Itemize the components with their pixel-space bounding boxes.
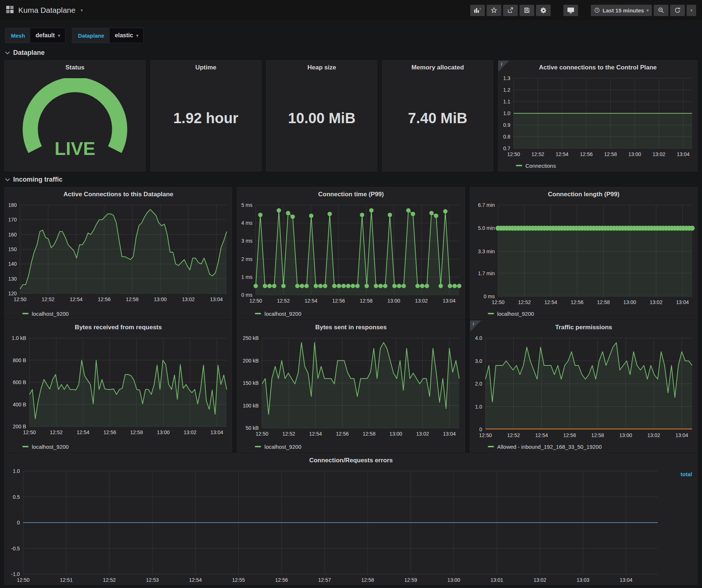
- svg-text:12:54: 12:54: [535, 432, 548, 438]
- star-button[interactable]: [487, 5, 501, 16]
- svg-text:13:04: 13:04: [620, 577, 633, 583]
- dashboards-grid-icon[interactable]: [6, 5, 14, 15]
- svg-text:12:52: 12:52: [507, 432, 520, 438]
- panel-title[interactable]: Active connections to the Control Plane: [498, 61, 697, 75]
- svg-text:13:02: 13:02: [653, 151, 665, 157]
- panel-title[interactable]: Heap size: [267, 61, 377, 75]
- svg-text:13:00: 13:00: [388, 298, 400, 304]
- svg-text:12:59: 12:59: [404, 577, 417, 583]
- template-variables-row: Mesh default▾ Dataplane elastic▾: [5, 28, 697, 43]
- svg-text:400 B: 400 B: [13, 402, 26, 407]
- panel-title[interactable]: Traffic permissions: [470, 320, 697, 334]
- panel-title[interactable]: Bytes sent in responses: [237, 320, 464, 334]
- svg-text:140: 140: [8, 261, 17, 267]
- control-plane-connections-chart[interactable]: 12:5012:5212:5412:5612:5813:0013:0213:04…: [498, 75, 697, 160]
- time-range-caret-icon: ▾: [646, 8, 649, 13]
- panel-connection-time: Connection time (P99) 12:5012:5212:5412:…: [237, 187, 465, 319]
- svg-text:0: 0: [17, 520, 20, 526]
- legend-item[interactable]: localhost_9200: [237, 308, 464, 319]
- panel-title[interactable]: Connection/Requests errors: [5, 454, 697, 467]
- panel-title[interactable]: Active Connections to this Dataplane: [5, 187, 232, 201]
- svg-text:12:56: 12:56: [98, 296, 110, 302]
- incoming-traffic-row-2: Bytes received from requests 12:5012:521…: [4, 320, 698, 448]
- svg-text:12:54: 12:54: [309, 431, 322, 437]
- refresh-button[interactable]: [670, 5, 685, 16]
- refresh-interval-caret[interactable]: ▾: [687, 5, 696, 16]
- svg-text:0.8: 0.8: [503, 134, 510, 140]
- panel-connection-length: Connection length (P99) 12:5012:5212:541…: [470, 187, 698, 319]
- time-range-picker[interactable]: Last 15 minutes ▾: [591, 5, 652, 16]
- legend-item[interactable]: localhost_9200: [5, 441, 232, 452]
- legend-label: localhost_9200: [264, 311, 301, 317]
- connection-length-chart[interactable]: 12:5012:5212:5412:5612:5813:0013:0213:04…: [470, 201, 697, 308]
- legend-item[interactable]: localhost_9200: [5, 308, 232, 319]
- svg-text:2.0: 2.0: [475, 381, 482, 387]
- series-color-dash: [516, 165, 522, 166]
- legend-item[interactable]: Allowed - inbound_192_168_33_50_19200: [470, 441, 697, 452]
- svg-text:12:54: 12:54: [76, 429, 89, 435]
- dashboard-title-caret-icon[interactable]: ▾: [80, 8, 83, 13]
- panel-heap-size: Heap size 10.00 MiB: [266, 60, 377, 171]
- svg-text:12:54: 12:54: [189, 577, 202, 583]
- tv-cycle-view-button[interactable]: [563, 5, 578, 16]
- svg-text:12:52: 12:52: [103, 577, 116, 583]
- mesh-variable-value[interactable]: default: [35, 32, 54, 39]
- active-connections-chart[interactable]: 12:5012:5212:5412:5612:5813:0013:0213:04…: [5, 201, 232, 308]
- svg-text:5.0 min: 5.0 min: [478, 225, 495, 231]
- svg-text:13:00: 13:00: [157, 429, 170, 435]
- panel-title[interactable]: Connection time (P99): [237, 187, 464, 201]
- svg-text:200 B: 200 B: [13, 424, 26, 429]
- row-header-incoming-traffic[interactable]: Incoming traffic: [6, 176, 696, 183]
- svg-text:12:58: 12:58: [126, 296, 139, 302]
- svg-text:12:56: 12:56: [103, 429, 116, 435]
- svg-text:13:02: 13:02: [182, 296, 195, 302]
- dashboard-title[interactable]: Kuma Dataplane: [18, 6, 75, 15]
- save-button[interactable]: [520, 5, 534, 16]
- svg-text:1.0: 1.0: [503, 110, 510, 116]
- add-panel-button[interactable]: [470, 5, 485, 16]
- connection-time-chart[interactable]: 12:5012:5212:5412:5612:5813:0013:0213:04…: [237, 201, 464, 308]
- svg-text:600 B: 600 B: [13, 379, 26, 385]
- row-header-dataplane[interactable]: Dataplane: [6, 49, 696, 57]
- panel-title[interactable]: Uptime: [151, 61, 261, 75]
- svg-text:1 ms: 1 ms: [241, 274, 252, 280]
- series-color-dash: [488, 313, 494, 314]
- legend-item-total[interactable]: total: [680, 471, 692, 477]
- panel-title[interactable]: Memory allocated: [382, 61, 493, 75]
- mesh-caret-icon: ▾: [58, 33, 60, 38]
- panel-title[interactable]: Status: [5, 61, 145, 75]
- svg-text:-1.0: -1.0: [11, 571, 20, 577]
- time-range-label: Last 15 minutes: [603, 7, 644, 14]
- bytes-received-chart[interactable]: 12:5012:5212:5412:5612:5813:0013:0213:04…: [5, 334, 232, 441]
- panel-title[interactable]: Connection length (P99): [470, 187, 697, 201]
- panel-bytes-sent: Bytes sent in responses 12:5012:5212:541…: [237, 320, 465, 452]
- svg-text:0.7: 0.7: [503, 145, 510, 151]
- svg-text:200 kB: 200 kB: [243, 358, 259, 364]
- share-button[interactable]: [503, 5, 518, 16]
- panel-status: Status LIVE: [4, 60, 146, 171]
- errors-chart[interactable]: 12:5012:5112:5212:5312:5412:5512:5612:57…: [5, 467, 697, 584]
- svg-text:12:58: 12:58: [363, 431, 375, 437]
- svg-text:12:51: 12:51: [60, 577, 73, 583]
- settings-gear-button[interactable]: [536, 5, 551, 16]
- svg-text:120: 120: [8, 291, 17, 296]
- legend-item[interactable]: Connections: [498, 160, 697, 171]
- panel-info-icon[interactable]: [498, 61, 509, 72]
- traffic-permissions-chart[interactable]: 12:5012:5212:5412:5612:5813:0013:0213:04…: [470, 334, 697, 441]
- zoom-out-button[interactable]: [654, 5, 668, 16]
- panel-active-connections-control-plane: i Active connections to the Control Plan…: [498, 60, 698, 171]
- section-title: Dataplane: [13, 49, 45, 57]
- svg-text:12:52: 12:52: [50, 429, 63, 435]
- bytes-sent-chart[interactable]: 12:5012:5212:5412:5612:5813:0013:0213:04…: [237, 334, 464, 441]
- mesh-variable-dropdown[interactable]: Mesh default▾: [5, 28, 65, 43]
- dataplane-variable-dropdown[interactable]: Dataplane elastic▾: [72, 28, 144, 43]
- legend-item[interactable]: localhost_9200: [237, 441, 464, 452]
- svg-text:1.1: 1.1: [503, 99, 510, 105]
- panel-info-icon[interactable]: [470, 320, 481, 331]
- dataplane-variable-value[interactable]: elastic: [115, 32, 133, 39]
- svg-text:130: 130: [8, 276, 17, 282]
- svg-text:13:00: 13:00: [154, 296, 167, 302]
- panel-title[interactable]: Bytes received from requests: [5, 320, 232, 334]
- svg-text:1.0: 1.0: [475, 404, 482, 410]
- legend-item[interactable]: localhost_9200: [470, 308, 697, 319]
